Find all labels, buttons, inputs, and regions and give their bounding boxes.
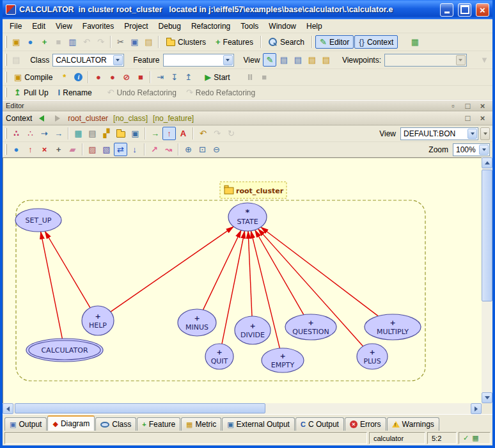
anchor-icon[interactable]: + bbox=[52, 143, 65, 156]
debug-params-icon[interactable]: ■ bbox=[134, 70, 147, 84]
straight-link-icon[interactable]: ↗ bbox=[148, 143, 161, 156]
diagram-view-combo[interactable]: DEFAULT:BON bbox=[400, 127, 478, 140]
node-calculator[interactable]: CALCULATOR bbox=[26, 339, 103, 362]
flat-view-icon[interactable]: ▤ bbox=[277, 53, 290, 67]
node-help[interactable]: +HELP bbox=[82, 306, 114, 335]
minimize-button[interactable] bbox=[440, 3, 453, 17]
edge-help-state[interactable] bbox=[111, 227, 233, 312]
node-divide[interactable]: +DIVIDE bbox=[235, 316, 271, 344]
node-plus[interactable]: +PLUS bbox=[357, 344, 388, 369]
close-context-icon[interactable]: × bbox=[476, 111, 489, 125]
step-over-icon[interactable]: ⇥ bbox=[153, 70, 167, 84]
horizontal-scroll-track[interactable] bbox=[13, 403, 471, 414]
menu-debug[interactable]: Debug bbox=[153, 20, 186, 33]
menu-help[interactable]: Help bbox=[301, 20, 327, 33]
scroll-right-button[interactable] bbox=[471, 403, 482, 414]
step-into-icon[interactable]: ↧ bbox=[168, 70, 181, 84]
toolbar-grip[interactable] bbox=[5, 144, 7, 154]
node-multiply[interactable]: +MULTIPLY bbox=[365, 314, 421, 340]
start-button[interactable]: ▶Start bbox=[200, 70, 234, 84]
menu-view[interactable]: View bbox=[51, 20, 77, 33]
close-pane-icon[interactable]: × bbox=[476, 99, 489, 113]
edge-help-set_up[interactable] bbox=[45, 231, 90, 308]
tab-errors[interactable]: ×Errors bbox=[345, 417, 386, 431]
scroll-down-button[interactable] bbox=[482, 392, 492, 403]
tab-external-output[interactable]: ▣External Output bbox=[222, 417, 295, 431]
tab-feature[interactable]: +Feature bbox=[137, 417, 180, 431]
menu-favorites[interactable]: Favorites bbox=[77, 20, 119, 33]
step-out-icon[interactable]: ↥ bbox=[182, 70, 195, 84]
layout-diagram-icon[interactable]: ▞ bbox=[100, 127, 113, 140]
maximize-context-icon[interactable]: □ bbox=[461, 111, 475, 125]
scroll-up-button[interactable] bbox=[482, 157, 492, 168]
info-icon[interactable]: i bbox=[72, 70, 85, 84]
dropdown-arrow-icon[interactable] bbox=[468, 129, 477, 139]
open-file-icon[interactable]: ● bbox=[24, 35, 37, 49]
tab-metric[interactable]: ▦Metric bbox=[181, 417, 221, 431]
diagram-undo-icon[interactable]: ↶ bbox=[196, 127, 210, 140]
tab-c-output[interactable]: CC Output bbox=[295, 417, 344, 431]
diagram-settings-icon[interactable]: ▧ bbox=[100, 143, 113, 156]
menu-project[interactable]: Project bbox=[119, 20, 153, 33]
menu-edit[interactable]: Edit bbox=[27, 20, 51, 33]
zoom-fit-icon[interactable]: ⊡ bbox=[196, 143, 209, 156]
tab-class[interactable]: Class bbox=[95, 417, 136, 431]
menu-window[interactable]: Window bbox=[263, 20, 301, 33]
title-bar[interactable]: CALCULATOR in cluster root_cluster locat… bbox=[3, 0, 492, 19]
clickable-view-icon[interactable]: ▤ bbox=[291, 53, 304, 67]
viewpoints-combo[interactable] bbox=[384, 54, 467, 67]
add-class-icon[interactable]: + bbox=[38, 35, 51, 49]
close-button[interactable] bbox=[476, 3, 489, 17]
paste-icon[interactable]: ▤ bbox=[142, 35, 155, 49]
node-question[interactable]: +QUESTION bbox=[285, 314, 336, 340]
diagram-canvas[interactable]: root_clusterSET_UP*STATE+HELPCALCULATOR+… bbox=[3, 158, 482, 403]
context-class-crumb[interactable]: [no_class] bbox=[112, 114, 149, 123]
pull-up-button[interactable]: ↥Pull Up bbox=[10, 86, 53, 99]
class-combo[interactable]: CALCULATOR bbox=[52, 54, 123, 67]
vertical-scroll-track[interactable] bbox=[482, 168, 492, 392]
horizontal-scrollbar[interactable] bbox=[3, 403, 482, 414]
zoom-in-icon[interactable]: ⊕ bbox=[182, 143, 195, 156]
menu-file[interactable]: File bbox=[4, 20, 27, 33]
context-button[interactable]: {}Context bbox=[354, 35, 398, 49]
melt-icon[interactable]: * bbox=[58, 70, 71, 84]
edge-divide-state[interactable] bbox=[248, 231, 252, 316]
new-cluster-tool-icon[interactable]: ∴ bbox=[24, 127, 37, 140]
open-folder-icon[interactable] bbox=[114, 127, 128, 140]
window-icon[interactable]: ▣ bbox=[129, 127, 142, 140]
external-commands-icon[interactable]: ▦ bbox=[408, 35, 421, 49]
node-minus[interactable]: +MINUS bbox=[178, 309, 216, 336]
delete-icon[interactable]: × bbox=[38, 143, 51, 156]
toolbar-grip[interactable] bbox=[5, 72, 7, 83]
dropdown-arrow-icon[interactable] bbox=[456, 55, 466, 65]
text-label-icon[interactable]: A bbox=[177, 127, 190, 140]
zoom-combo[interactable]: 100% bbox=[453, 143, 490, 156]
new-class-tool-icon[interactable]: ∴ bbox=[10, 127, 23, 140]
vertical-scrollbar[interactable] bbox=[482, 157, 492, 403]
context-forward-button[interactable] bbox=[51, 111, 64, 125]
contract-view-icon[interactable]: ▤ bbox=[305, 53, 318, 67]
diagram-viewport[interactable]: root_clusterSET_UP*STATE+HELPCALCULATOR+… bbox=[3, 157, 482, 403]
toolbar-grip[interactable] bbox=[5, 54, 7, 66]
tab-warnings[interactable]: !Warnings bbox=[387, 417, 439, 431]
menu-tools[interactable]: Tools bbox=[235, 20, 263, 33]
menu-refactoring[interactable]: Refactoring bbox=[186, 20, 235, 33]
debug-ignore-breakpoints-icon[interactable]: ● bbox=[106, 70, 119, 84]
eraser-icon[interactable]: ▰ bbox=[66, 143, 79, 156]
tab-diagram[interactable]: ◆Diagram bbox=[47, 415, 95, 431]
features-button[interactable]: +Features bbox=[211, 35, 258, 49]
toggle-links-icon[interactable]: ⇄ bbox=[114, 143, 127, 156]
sort-order-icon[interactable]: ↓ bbox=[128, 143, 141, 156]
node-state[interactable]: *STATE bbox=[228, 203, 267, 231]
search-button[interactable]: Search bbox=[264, 35, 309, 49]
scroll-left-button[interactable] bbox=[3, 403, 13, 414]
fill-color-icon[interactable]: ▨ bbox=[86, 143, 99, 156]
dropdown-arrow-icon[interactable] bbox=[479, 145, 489, 155]
supplier-arrow-icon[interactable]: ↑ bbox=[24, 143, 37, 156]
export-image-icon[interactable]: ▦ bbox=[72, 127, 85, 140]
editor-view-icon[interactable]: ✎ bbox=[263, 53, 276, 67]
maximize-button[interactable] bbox=[458, 3, 471, 17]
context-back-button[interactable] bbox=[35, 111, 48, 125]
editor-button[interactable]: ✎Editor bbox=[315, 35, 354, 49]
client-supplier-link-icon[interactable]: ⇢ bbox=[38, 127, 51, 140]
